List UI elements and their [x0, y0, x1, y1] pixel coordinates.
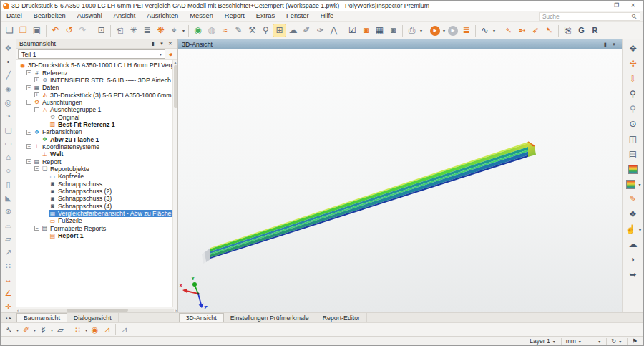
part-icon[interactable]: ◕: [165, 50, 176, 58]
auto-update-dropdown[interactable]: ▾: [618, 339, 623, 344]
point-cloud-icon[interactable]: ☁: [286, 24, 300, 37]
menu-auswahl[interactable]: Auswahl: [72, 11, 108, 21]
menu-messen[interactable]: Messen: [184, 11, 219, 21]
tree-item-comparison-color-view[interactable]: ▦Vergleichsfarbenansicht - Abw zu Fläche…: [16, 210, 172, 217]
point-display[interactable]: ∴▾: [590, 337, 604, 345]
measure-angle-icon[interactable]: ∠: [2, 287, 15, 300]
feature-mesh-icon[interactable]: ◈: [2, 82, 15, 96]
measure-target-icon[interactable]: ✛: [2, 300, 15, 312]
tab-3d-ansicht[interactable]: 3D-Ansicht: [179, 313, 224, 322]
play-idle-icon[interactable]: ►: [448, 26, 458, 36]
scroll-right-icon[interactable]: ›: [175, 308, 177, 312]
chevron-down-icon[interactable]: ▾: [160, 52, 162, 57]
open-workspace-icon[interactable]: ❐: [16, 24, 30, 37]
tab-einstellungen-prüfmerkmale[interactable]: Einstellungen Prüfmerkmale: [224, 313, 316, 322]
feature-rectangle-icon[interactable]: ▭: [2, 137, 15, 150]
part-selector-combobox[interactable]: Teil 1 ▾: [18, 49, 165, 59]
search-input[interactable]: Suche ⚲: [539, 12, 640, 21]
tree-item-report-objects[interactable]: −❏Reportobjekte: [16, 165, 172, 173]
feature-surface-icon[interactable]: ⌓: [2, 218, 15, 232]
tree-item-report-item[interactable]: ▤Report 1: [16, 232, 172, 239]
surface-patch-icon[interactable]: ◗: [626, 253, 640, 266]
snapshot-panel-icon[interactable]: ⊞: [273, 24, 286, 37]
tree-item-cad-model[interactable]: +⊛INTENSIFIER STR. 5-6 IB ----- 3DP Airt…: [16, 77, 172, 84]
point-cloud-tools-dropdown[interactable]: ▾: [84, 327, 89, 332]
colormap-icon[interactable]: [628, 165, 638, 174]
device-position-icon[interactable]: ❋: [154, 24, 167, 37]
gage-g-icon[interactable]: G: [575, 24, 588, 37]
tab-report-editor[interactable]: Report-Editor: [316, 313, 367, 322]
units-selector[interactable]: mm▾: [564, 337, 585, 345]
parameter-sliders-icon[interactable]: ♯: [37, 324, 49, 336]
report-page-dropdown[interactable]: ▾: [419, 28, 424, 33]
axis-tool-dropdown[interactable]: ▾: [181, 28, 186, 33]
minimize-button[interactable]: –: [592, 1, 608, 11]
point-cloud-tools-icon[interactable]: ∷: [72, 324, 84, 336]
maximize-button[interactable]: ❐: [608, 1, 625, 11]
menu-ausrichten[interactable]: Ausrichten: [141, 11, 184, 21]
zoom-region-icon[interactable]: ⚲: [626, 87, 640, 101]
scrollbar-thumb[interactable]: [174, 65, 177, 108]
scene-clapper-icon[interactable]: ▱: [54, 324, 67, 336]
tree-item-data-group[interactable]: −▦Daten: [16, 84, 172, 91]
pin-icon[interactable]: ▮: [149, 41, 157, 47]
feature-polygon-icon[interactable]: ⌂: [2, 150, 15, 164]
feature-point-icon[interactable]: •: [2, 55, 15, 69]
probe-comp-3-icon[interactable]: ➶: [529, 24, 542, 37]
tree-item-snapshot[interactable]: ◙Schnappschuss: [16, 181, 172, 188]
laser-align-icon[interactable]: ✳: [127, 24, 140, 37]
scan-spray-dropdown[interactable]: ▾: [32, 327, 37, 332]
scroll-up-icon[interactable]: ▲: [174, 60, 177, 64]
probe-comp-4-icon[interactable]: ➷: [542, 24, 556, 37]
view-cube-icon[interactable]: ◫: [626, 133, 640, 146]
close-button[interactable]: ✕: [625, 1, 641, 11]
collapse-icon[interactable]: −: [34, 226, 39, 231]
tree-item-snapshot[interactable]: ◙Schnappschuss (4): [16, 203, 172, 210]
point-display-dropdown[interactable]: ▾: [597, 339, 602, 344]
align-to-plane-icon[interactable]: ⇩: [626, 72, 640, 86]
feature-plane-icon[interactable]: ▱: [2, 232, 15, 246]
tree-item-alignment-original[interactable]: ⚙Original: [16, 113, 172, 120]
feature-ellipse-icon[interactable]: ○: [2, 164, 15, 178]
feature-vector-icon[interactable]: ↗: [2, 246, 15, 259]
collapse-icon[interactable]: −: [26, 159, 31, 164]
cloud-window-icon[interactable]: ☁: [626, 238, 640, 251]
close-icon[interactable]: ✕: [166, 41, 175, 47]
report-table-icon[interactable]: ▦: [373, 24, 386, 37]
axis-tool-icon[interactable]: ⌖: [167, 24, 181, 37]
feature-sphere-icon[interactable]: ⊛: [2, 205, 15, 218]
panel-menu-icon[interactable]: ▾: [157, 41, 166, 47]
menu-bearbeiten[interactable]: Bearbeiten: [28, 11, 72, 21]
collapse-icon[interactable]: −: [34, 166, 39, 171]
tree-item-formatted-reports[interactable]: −▤Formatierte Reports: [16, 225, 172, 232]
translate-view-icon[interactable]: ✥: [626, 42, 640, 56]
tree-vertical-scrollbar[interactable]: ▲: [172, 60, 177, 307]
color-model-icon[interactable]: ◉: [191, 24, 205, 37]
auto-update[interactable]: ↻▾: [609, 337, 625, 345]
expand-icon[interactable]: +: [34, 92, 39, 97]
menu-ansicht[interactable]: Ansicht: [108, 11, 142, 21]
select-pointer-icon[interactable]: ☝: [623, 223, 638, 236]
display-settings-icon[interactable]: ▤: [626, 148, 640, 161]
dock-arrow-icon[interactable]: ▸: [9, 315, 11, 320]
collapse-icon[interactable]: −: [34, 107, 39, 112]
tab-dialogansicht[interactable]: Dialogansicht: [67, 313, 119, 322]
layer-selector[interactable]: Layer 1▾: [527, 337, 558, 345]
play-sequence-dropdown[interactable]: ▾: [441, 28, 447, 33]
tree-item-project[interactable]: ◉3D-Druckstück 5-6 A350-1000 LC LH 6mm P…: [16, 62, 172, 69]
zoom-object-icon[interactable]: ⚲: [626, 102, 640, 116]
feature-arc-icon[interactable]: ◔: [2, 110, 15, 123]
feature-cylinder-icon[interactable]: ▯: [2, 178, 15, 191]
feature-line-icon[interactable]: ╱: [2, 69, 15, 82]
compare-add-icon[interactable]: ❖: [626, 208, 640, 221]
collapse-icon[interactable]: −: [26, 100, 31, 105]
menu-fenster[interactable]: Fenster: [280, 11, 315, 21]
cmm-device-icon[interactable]: ⚒: [245, 24, 259, 37]
rotation-center-icon[interactable]: ✣: [626, 57, 640, 71]
redo-icon[interactable]: ↷: [76, 24, 89, 37]
gray-model-icon[interactable]: ◍: [205, 24, 218, 37]
save-workspace-icon[interactable]: ▣: [30, 24, 44, 37]
menu-report[interactable]: Report: [219, 11, 250, 21]
scrollbar-track[interactable]: [20, 309, 174, 312]
menu-datei[interactable]: Datei: [1, 11, 28, 21]
